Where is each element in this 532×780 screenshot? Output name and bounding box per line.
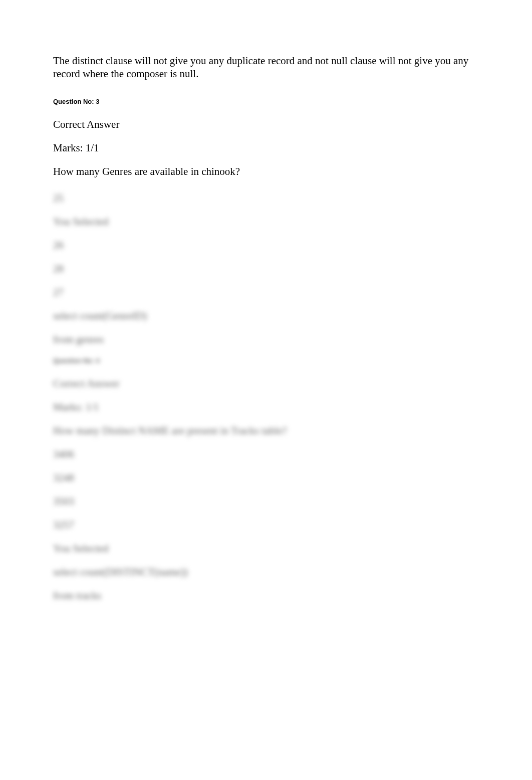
sql-line-2: from genres [53, 333, 479, 346]
sql-line-1: select count(GenreID) [53, 310, 479, 322]
q4-option-4: 3257 [53, 519, 479, 531]
option-2: 26 [53, 239, 479, 252]
intro-paragraph: The distinct clause will not give you an… [53, 54, 479, 81]
q4-option-1: 3406 [53, 448, 479, 461]
q4-sql-line-2: from tracks [53, 590, 479, 602]
q4-option-2: 3248 [53, 472, 479, 484]
marks-4-label: Marks: 1/1 [53, 401, 479, 414]
question-4-header: Question No: 4 [53, 357, 479, 364]
option-4: 27 [53, 286, 479, 299]
option-3: 28 [53, 263, 479, 275]
q4-sql-line-1: select count(DISTINCT(name)) [53, 566, 479, 578]
correct-answer-label: Correct Answer [53, 118, 479, 131]
you-selected-label: You Selected [53, 216, 479, 228]
option-1: 25 [53, 192, 479, 205]
q4-option-3: 3503 [53, 495, 479, 508]
question-4-text: How many Distinct NAME are present in Tr… [53, 425, 479, 437]
question-3-text: How many Genres are available in chinook… [53, 165, 479, 178]
question-3-header: Question No: 3 [53, 98, 479, 105]
blurred-answers-section: 25 You Selected 26 28 27 select count(Ge… [53, 192, 479, 602]
correct-answer-4-label: Correct Answer [53, 377, 479, 390]
marks-label: Marks: 1/1 [53, 142, 479, 154]
q4-you-selected: You Selected [53, 542, 479, 555]
